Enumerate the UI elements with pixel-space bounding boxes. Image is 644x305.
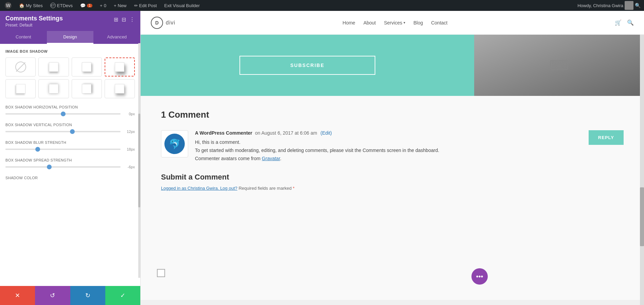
slider-horizontal-thumb[interactable]	[61, 112, 66, 116]
shadow-option-bottom-left[interactable]	[5, 79, 36, 98]
divi-logo: D divi	[151, 17, 175, 29]
home-icon: 🏠	[19, 3, 24, 8]
comment-avatar: 🐬	[161, 130, 188, 157]
shadow-option-bottom[interactable]	[38, 57, 69, 77]
admin-bar: W 🏠 My Sites ET ETDevs 💬 1 + 0 + New ✏ E…	[0, 0, 644, 11]
slider-blur-label: Box Shadow Blur Strength	[5, 140, 135, 145]
comment-date: on August 6, 2017 at 6:06 am	[255, 130, 317, 136]
nav-about[interactable]: About	[363, 20, 376, 26]
subscribe-button[interactable]: SUBSCRIBE	[239, 56, 375, 75]
redo-button[interactable]: ↻	[70, 286, 105, 305]
slider-vertical-position: Box Shadow Vertical Position 12px	[5, 123, 135, 134]
notifications-item[interactable]: + 0	[99, 0, 108, 11]
more-icon: •••	[476, 273, 483, 281]
slider-vertical-value: 12px	[124, 130, 135, 134]
right-scrollbar[interactable]	[640, 11, 644, 305]
slider-blur-track[interactable]	[5, 149, 121, 150]
et-devs-item[interactable]: ET ETDevs	[49, 0, 74, 11]
nav-home[interactable]: Home	[343, 20, 355, 26]
search-icon[interactable]: 🔍	[635, 3, 641, 8]
wordpress-avatar: 🐬	[164, 134, 185, 154]
shadow-option-selected[interactable]	[105, 57, 135, 77]
divi-circle-icon: D	[151, 17, 163, 29]
shadow-box-bottom-right	[82, 62, 91, 72]
confirm-button[interactable]: ✓	[105, 286, 140, 305]
panel-content: Image Box Shadow	[0, 44, 140, 286]
comment-item: 🐬 A WordPress Commenter on August 6, 201…	[161, 130, 624, 163]
tab-content[interactable]: Content	[0, 31, 47, 44]
slider-horizontal-label: Box Shadow Horizontal Position	[5, 105, 135, 109]
slider-spread-fill	[5, 166, 49, 168]
layout-icon[interactable]: ⊟	[122, 16, 126, 23]
tab-advanced[interactable]: Advanced	[93, 31, 140, 44]
pencil-icon: ✏	[134, 3, 138, 8]
slider-vertical-label: Box Shadow Vertical Position	[5, 123, 135, 127]
slider-spread-control: -6px	[5, 165, 135, 169]
admin-bar-right: Howdy, Christina Gwira 🔍	[577, 1, 641, 10]
shadow-box-bottom-right-lg	[115, 84, 124, 94]
slider-horizontal-position: Box Shadow Horizontal Position 0px	[5, 105, 135, 116]
search-icon[interactable]: 🔍	[627, 19, 634, 26]
nav-blog[interactable]: Blog	[413, 20, 423, 26]
howdy-text: Howdy, Christina Gwira	[577, 3, 623, 8]
nav-contact[interactable]: Contact	[431, 20, 447, 26]
comment-text: Hi, this is a comment. To get started wi…	[195, 138, 624, 163]
new-item[interactable]: + New	[112, 0, 128, 11]
panel-actions: ✕ ↺ ↻ ✓	[0, 286, 140, 305]
my-sites-item[interactable]: 🏠 My Sites	[18, 0, 44, 11]
comment-author: A WordPress Commenter	[195, 130, 252, 136]
slider-horizontal-track[interactable]	[5, 113, 121, 115]
reply-button[interactable]: REPLY	[589, 130, 624, 145]
cancel-icon: ✕	[15, 292, 20, 299]
shadow-option-bottom-right[interactable]	[72, 57, 102, 77]
slider-spread-value: -6px	[124, 165, 135, 169]
shadow-option-right[interactable]	[72, 79, 102, 98]
cancel-button[interactable]: ✕	[0, 286, 35, 305]
exit-builder-item[interactable]: Exit Visual Builder	[163, 0, 201, 11]
shadow-option-bottom-right-lg[interactable]	[105, 79, 135, 98]
et-icon: ET	[50, 3, 56, 8]
slider-vertical-thumb[interactable]	[70, 129, 75, 134]
undo-icon: ↺	[50, 292, 55, 299]
slider-spread-track[interactable]	[5, 166, 121, 168]
comments-count: 1	[87, 4, 92, 7]
checkbox[interactable]	[157, 269, 165, 277]
shadow-grid	[5, 57, 135, 98]
edit-link[interactable]: (Edit)	[321, 130, 332, 136]
panel-header: Comments Settings Preset: Default ⊞ ⊟ ⋮	[0, 11, 140, 31]
slider-spread-label: Box Shadow Spread Strength	[5, 158, 135, 162]
comments-title: 1 Comment	[161, 109, 624, 120]
tab-design[interactable]: Design	[47, 31, 94, 44]
shadow-option-centered[interactable]	[38, 79, 69, 98]
logged-in-link[interactable]: Logged in as Christina Gwira. Log out?	[161, 186, 237, 191]
comment-icon: 💬	[80, 3, 86, 8]
settings-panel: Comments Settings Preset: Default ⊞ ⊟ ⋮ …	[0, 11, 141, 305]
plus-icon: +	[114, 3, 117, 8]
edit-post-item[interactable]: ✏ Edit Post	[133, 0, 158, 11]
slider-vertical-track[interactable]	[5, 131, 121, 132]
slider-blur-strength: Box Shadow Blur Strength 18px	[5, 140, 135, 151]
cart-icon[interactable]: 🛒	[615, 19, 622, 26]
comments-item[interactable]: 💬 1	[79, 0, 94, 11]
fab-button[interactable]: •••	[471, 268, 488, 285]
more-icon[interactable]: ⋮	[129, 16, 135, 23]
expand-icon[interactable]: ⊞	[114, 16, 118, 23]
main-layout: Comments Settings Preset: Default ⊞ ⊟ ⋮ …	[0, 11, 644, 305]
slider-blur-thumb[interactable]	[35, 147, 40, 152]
slider-horizontal-fill	[5, 113, 63, 115]
notifications-icon: +	[100, 3, 103, 8]
undo-button[interactable]: ↺	[35, 286, 70, 305]
site-nav: D divi Home About Services ▾ Blog Contac…	[141, 11, 644, 35]
panel-title: Comments Settings	[5, 15, 63, 22]
content-area: D divi Home About Services ▾ Blog Contac…	[141, 11, 644, 305]
chevron-down-icon: ▾	[404, 21, 405, 24]
nav-services[interactable]: Services ▾	[384, 20, 406, 26]
shadow-option-none[interactable]	[5, 57, 36, 77]
slider-vertical-control: 12px	[5, 130, 135, 134]
scroll-indicator	[138, 43, 140, 278]
slider-spread-thumb[interactable]	[47, 165, 52, 169]
wp-logo-item[interactable]: W	[3, 0, 13, 11]
panel-preset: Preset: Default	[5, 23, 63, 28]
shadow-box-selected	[115, 62, 124, 72]
gravatar-link[interactable]: Gravatar	[262, 156, 280, 161]
